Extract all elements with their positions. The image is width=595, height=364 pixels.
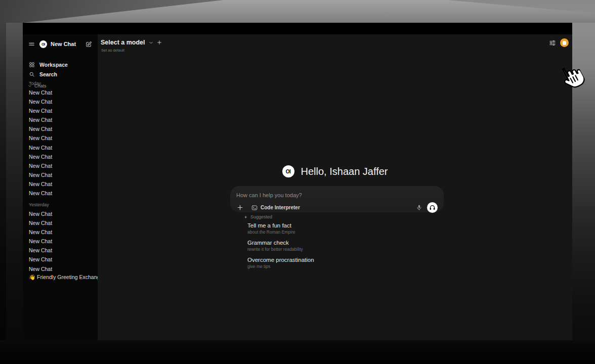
suggestions-list: Tell me a fun fact about the Roman Empir… (247, 222, 399, 274)
chat-list-yesterday: New ChatNew ChatNew ChatNew ChatNew Chat… (23, 209, 98, 274)
chat-list-item[interactable]: New Chat (23, 255, 98, 264)
chat-section-label: Today (23, 79, 98, 88)
sidebar-header: OI New Chat (23, 38, 98, 50)
suggestion-subtitle: rewrite it for better readability (247, 247, 399, 252)
chat-list-item[interactable]: New Chat (23, 179, 98, 189)
user-avatar[interactable] (560, 38, 569, 47)
header-actions (548, 38, 569, 47)
chat-list-today: New ChatNew ChatNew ChatNew ChatNew Chat… (23, 88, 98, 198)
suggestion-title: Overcome procrastination (247, 256, 399, 263)
background-bottom (0, 340, 595, 364)
suggestion-title: Tell me a fun fact (247, 222, 399, 229)
sidebar-toggle-button[interactable] (28, 40, 35, 48)
headphones-icon (429, 204, 436, 211)
chat-section-today: Today New ChatNew ChatNew ChatNew ChatNe… (23, 79, 98, 198)
suggested-label: Suggested (250, 214, 272, 219)
app-topbar (23, 23, 572, 34)
new-chat-button[interactable] (85, 40, 93, 48)
app-logo: OI (39, 40, 47, 48)
named-chat-title: Friendly Greeting Exchange (37, 274, 98, 280)
greeting-logo: OI (282, 165, 294, 177)
attach-button[interactable] (236, 204, 243, 211)
suggested-header: Suggested (244, 214, 272, 219)
workspace-grid-icon (29, 62, 35, 68)
chat-section-label: Yesterday (23, 201, 98, 209)
chat-list-item[interactable]: New Chat (23, 97, 98, 106)
sidebar: OI New Chat Workspace Search (23, 34, 98, 340)
app-window: OI New Chat Workspace Search (23, 23, 572, 340)
chat-list-item[interactable]: New Chat (23, 152, 98, 161)
suggestion-item[interactable]: Overcome procrastination give me tips (247, 256, 399, 269)
sidebar-item-search[interactable]: Search (23, 70, 98, 79)
model-selector-button[interactable]: Select a model (101, 39, 162, 46)
message-input[interactable] (236, 192, 438, 198)
plus-icon (237, 204, 243, 211)
greeting-title: Hello, Ishaan Jaffer (301, 166, 388, 177)
chat-list-item[interactable]: New Chat (23, 170, 98, 179)
set-default-link[interactable]: Set as default (101, 48, 124, 53)
chevron-down-icon (149, 40, 153, 45)
code-interpreter-toggle[interactable]: Code Interpreter (251, 205, 300, 211)
code-interpreter-label: Code Interpreter (261, 205, 300, 210)
chat-list-item[interactable]: New Chat (23, 161, 98, 170)
composer: Code Interpreter (230, 186, 444, 212)
sliders-icon (549, 39, 556, 47)
chat-list-item[interactable]: New Chat (23, 124, 98, 133)
composer-right-controls (416, 202, 438, 213)
suggestion-subtitle: about the Roman Empire (247, 230, 399, 235)
background-left-streak (0, 23, 6, 340)
sidebar-title: New Chat (51, 41, 85, 47)
chat-list-item[interactable]: New Chat (23, 133, 98, 143)
edit-pencil-icon (86, 41, 92, 48)
chat-list-item[interactable]: New Chat (23, 106, 98, 115)
composer-controls: Code Interpreter (236, 202, 438, 213)
chat-list-item[interactable]: New Chat (23, 228, 98, 237)
add-model-button[interactable] (157, 40, 162, 45)
chat-list-item[interactable]: New Chat (23, 218, 98, 228)
model-selector-label: Select a model (101, 39, 145, 46)
chat-list-item[interactable]: New Chat (23, 246, 98, 255)
wave-emoji: 👋 (29, 274, 35, 280)
call-button[interactable] (427, 202, 438, 213)
background-right (572, 23, 595, 340)
mic-button[interactable] (416, 204, 422, 211)
search-label: Search (39, 71, 57, 77)
chat-list-item[interactable]: New Chat (23, 88, 98, 97)
microphone-icon (416, 204, 422, 211)
avatar-glyph (563, 41, 566, 45)
chat-list-item[interactable]: New Chat (23, 264, 98, 274)
chat-list-item[interactable]: New Chat (23, 115, 98, 124)
chat-list-item-named[interactable]: 👋 Friendly Greeting Exchange (23, 272, 98, 282)
chat-list-item[interactable]: New Chat (23, 189, 98, 198)
suggestion-item[interactable]: Grammar check rewrite it for better read… (247, 239, 399, 252)
chat-list-item[interactable]: New Chat (23, 143, 98, 152)
hamburger-icon (28, 41, 35, 48)
suggestion-subtitle: give me tips (247, 264, 399, 269)
settings-sliders-button[interactable] (548, 39, 556, 47)
chat-section-yesterday: Yesterday New ChatNew ChatNew ChatNew Ch… (23, 201, 98, 274)
bolt-icon (244, 215, 248, 219)
sidebar-item-workspace[interactable]: Workspace (23, 60, 98, 69)
suggestion-item[interactable]: Tell me a fun fact about the Roman Empir… (247, 222, 399, 235)
screenshot-stage: OI New Chat Workspace Search (0, 0, 595, 364)
suggestion-title: Grammar check (247, 239, 399, 246)
chat-list-item[interactable]: New Chat (23, 237, 98, 246)
terminal-icon (251, 205, 258, 211)
main-area: Select a model Set as default (98, 34, 572, 340)
greeting-row: OI Hello, Ishaan Jaffer (98, 165, 572, 177)
search-icon (29, 71, 35, 77)
workspace-label: Workspace (39, 62, 68, 68)
chat-list-item[interactable]: New Chat (23, 209, 98, 218)
